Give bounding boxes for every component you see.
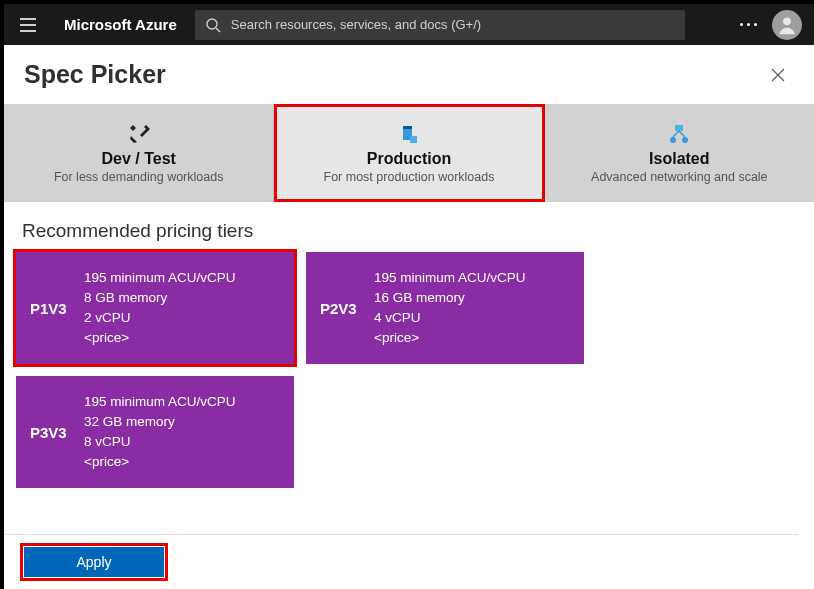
tier-card-p1v3[interactable]: P1V3 195 minimum ACU/vCPU 8 GB memory 2 … — [16, 252, 294, 364]
pricing-tier-grid: P1V3 195 minimum ACU/vCPU 8 GB memory 2 … — [4, 252, 814, 508]
top-nav: Microsoft Azure — [4, 4, 814, 45]
workload-tabs: Dev / Test For less demanding workloads … — [4, 104, 814, 202]
tier-vcpu: 2 vCPU — [84, 308, 236, 328]
search-input-wrapper[interactable] — [195, 10, 685, 40]
close-icon — [771, 68, 785, 82]
tab-devtest[interactable]: Dev / Test For less demanding workloads — [4, 104, 274, 202]
tier-acu: 195 minimum ACU/vCPU — [84, 392, 236, 412]
svg-point-3 — [207, 19, 217, 29]
tier-sku: P1V3 — [30, 300, 84, 317]
brand-label: Microsoft Azure — [64, 16, 177, 33]
svg-point-13 — [682, 137, 688, 143]
tier-memory: 16 GB memory — [374, 288, 526, 308]
tier-price: <price> — [84, 328, 236, 348]
footer-bar: Apply — [4, 534, 798, 589]
tier-card-p2v3[interactable]: P2V3 195 minimum ACU/vCPU 16 GB memory 4… — [306, 252, 584, 364]
tier-vcpu: 8 vCPU — [84, 432, 236, 452]
svg-rect-10 — [410, 136, 417, 143]
tier-card-p3v3[interactable]: P3V3 195 minimum ACU/vCPU 32 GB memory 8… — [16, 376, 294, 488]
tab-isolated[interactable]: Isolated Advanced networking and scale — [545, 104, 814, 202]
search-icon — [205, 17, 221, 33]
svg-point-12 — [670, 137, 676, 143]
tier-memory: 8 GB memory — [84, 288, 236, 308]
svg-line-4 — [216, 28, 220, 32]
menu-icon[interactable] — [10, 7, 46, 43]
svg-rect-11 — [675, 125, 683, 131]
search-input[interactable] — [231, 17, 675, 32]
svg-line-15 — [679, 131, 685, 137]
tier-specs: 195 minimum ACU/vCPU 32 GB memory 8 vCPU… — [84, 392, 236, 473]
tab-desc: For most production workloads — [324, 170, 495, 184]
tier-acu: 195 minimum ACU/vCPU — [374, 268, 526, 288]
content-scroll[interactable]: Dev / Test For less demanding workloads … — [4, 104, 814, 589]
svg-rect-9 — [403, 126, 412, 129]
tier-sku: P2V3 — [320, 300, 374, 317]
apply-button[interactable]: Apply — [24, 547, 164, 577]
tier-memory: 32 GB memory — [84, 412, 236, 432]
svg-point-5 — [783, 17, 791, 25]
tier-price: <price> — [84, 452, 236, 472]
tab-production[interactable]: Production For most production workloads — [274, 104, 544, 202]
tools-icon — [127, 122, 151, 146]
tab-label: Dev / Test — [101, 150, 175, 168]
avatar[interactable] — [772, 10, 802, 40]
server-icon — [397, 122, 421, 146]
close-button[interactable] — [762, 59, 794, 91]
tab-desc: For less demanding workloads — [54, 170, 224, 184]
network-icon — [667, 122, 691, 146]
page-title-bar: Spec Picker — [4, 45, 814, 104]
section-title: Recommended pricing tiers — [4, 202, 814, 252]
tier-acu: 195 minimum ACU/vCPU — [84, 268, 236, 288]
page-title: Spec Picker — [24, 60, 166, 89]
tab-desc: Advanced networking and scale — [591, 170, 768, 184]
tier-specs: 195 minimum ACU/vCPU 16 GB memory 4 vCPU… — [374, 268, 526, 349]
tier-price: <price> — [374, 328, 526, 348]
tab-label: Production — [367, 150, 451, 168]
tier-sku: P3V3 — [30, 424, 84, 441]
tier-vcpu: 4 vCPU — [374, 308, 526, 328]
tier-specs: 195 minimum ACU/vCPU 8 GB memory 2 vCPU … — [84, 268, 236, 349]
user-icon — [776, 14, 798, 36]
more-icon[interactable] — [730, 23, 766, 26]
svg-line-14 — [673, 131, 679, 137]
tab-label: Isolated — [649, 150, 709, 168]
